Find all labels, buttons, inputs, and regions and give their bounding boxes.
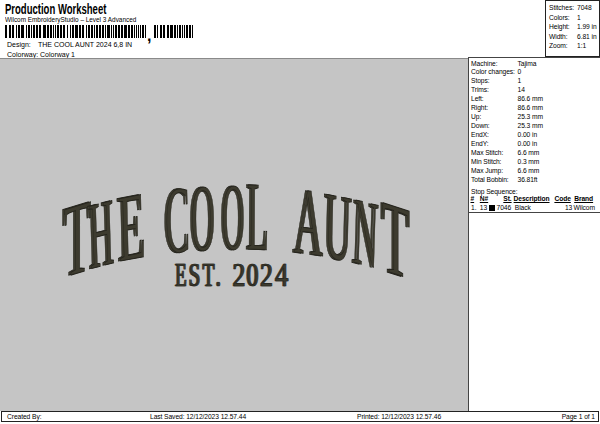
svg-text:H: H — [88, 178, 116, 290]
svg-text:N: N — [352, 177, 380, 289]
svg-text:.: . — [216, 255, 221, 292]
svg-text:U: U — [324, 171, 353, 283]
svg-text:T: T — [203, 256, 215, 293]
svg-text:,: , — [147, 27, 151, 44]
svg-text:S: S — [189, 256, 201, 293]
svg-text:T: T — [382, 178, 410, 301]
svg-text:E: E — [176, 256, 188, 293]
svg-text:2: 2 — [261, 256, 274, 292]
svg-text:0: 0 — [247, 256, 259, 293]
svg-text:O: O — [222, 164, 245, 269]
svg-text:4: 4 — [276, 256, 289, 293]
svg-text:A: A — [294, 167, 325, 276]
svg-text:2: 2 — [233, 256, 246, 292]
svg-text:E: E — [117, 172, 146, 282]
